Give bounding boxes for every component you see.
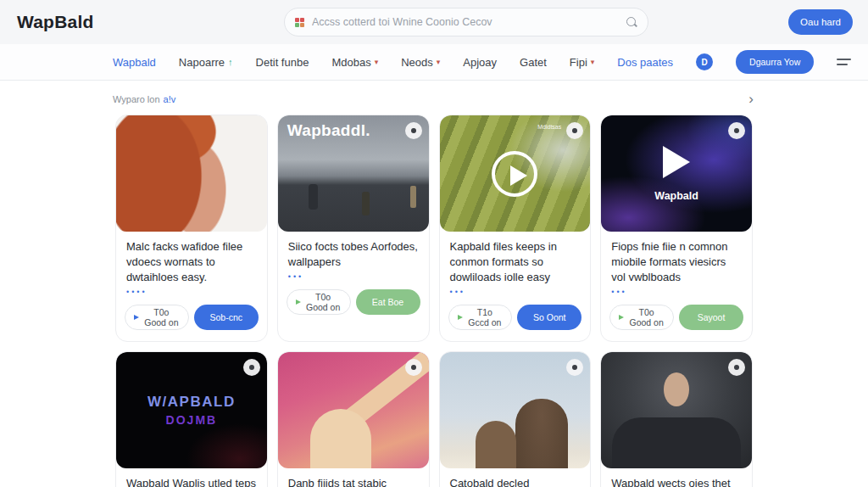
card-row-1: Malc facks wafidoe filee vdoecs wornats …: [115, 115, 753, 342]
nav-item-wapbald[interactable]: Wapbald: [113, 56, 156, 69]
chevron-down-icon: ▾: [375, 58, 379, 66]
card-redhead[interactable]: Malc facks wafidoe filee vdoecs wornats …: [115, 115, 268, 342]
secondary-button[interactable]: T0o Good on: [609, 305, 674, 330]
thumbnail-lightning-video[interactable]: Wapbald: [601, 115, 752, 232]
card-two-women[interactable]: Catobald decled wallpapers. Pilunt siig …: [439, 351, 592, 487]
card-beach[interactable]: Wapbaddl. Siico focts tobes Aorfodes, wa…: [277, 115, 430, 342]
search-wrap: [144, 8, 788, 36]
filter-sliders-icon[interactable]: [837, 57, 851, 67]
card-title: Kapbald files keeps in conmon formats so…: [440, 232, 591, 288]
section-title: Wyparo lon: [113, 94, 160, 104]
play-button-icon[interactable]: [663, 146, 690, 178]
thumb-corner-badge-icon[interactable]: [566, 122, 583, 139]
color-grid-icon: [295, 18, 304, 27]
nav-cta-button[interactable]: Dgaurra Yow: [736, 50, 814, 74]
search-input[interactable]: [312, 16, 618, 28]
card-lightning-video[interactable]: Wapbald Fiops fnie fiie n comnon miobile…: [600, 115, 753, 342]
thumb-overlay-subtitle: DOJMB: [166, 413, 218, 427]
main-nav: Wapbald Napoarre ↑ Detit funbe Mdobas ▾ …: [0, 44, 868, 81]
secondary-button[interactable]: T0o Good on: [287, 289, 351, 315]
thumb-corner-badge-icon[interactable]: [728, 122, 745, 139]
play-icon: [458, 315, 463, 320]
chevron-down-icon: ▾: [437, 58, 441, 66]
nav-item-gatet[interactable]: Gatet: [520, 56, 547, 69]
primary-button[interactable]: So Oont: [517, 305, 581, 330]
page: WapBald Oau hard Wapbald Napoarre ↑ Deti…: [0, 0, 868, 487]
nav-item-napoarre[interactable]: Napoarre ↑: [179, 56, 233, 69]
rating-dots: ••••: [116, 288, 267, 297]
card-actions: T0o Good on Sayoot: [601, 297, 752, 341]
nav-item-neods[interactable]: Neods ▾: [401, 56, 440, 69]
card-actions: T1o Gccd on So Oont: [440, 297, 591, 341]
card-title: Fiops fnie fiie n comnon miobile formats…: [601, 232, 752, 288]
chevron-right-icon[interactable]: ›: [748, 92, 755, 106]
thumbnail-dark-logo[interactable]: W/APBALD DOJMB: [116, 352, 267, 468]
thumbnail-two-women[interactable]: [440, 352, 591, 468]
secondary-button[interactable]: T1o Gccd on: [448, 305, 513, 330]
rating-dots: •••: [440, 288, 591, 297]
thumb-corner-badge-icon[interactable]: [243, 359, 260, 376]
nav-item-fipi[interactable]: Fipi ▾: [570, 56, 594, 69]
content-area: Wyparo lon a!v › Malc facks wafidoe file…: [0, 81, 868, 487]
card-man-portrait[interactable]: Wapbald wects oies thet Pelioes.s anolis…: [600, 351, 753, 487]
nav-item-apjoay[interactable]: Apjoay: [463, 56, 497, 69]
rating-dots: •••: [278, 272, 429, 282]
thumb-corner-badge-icon[interactable]: [405, 122, 422, 139]
thumbnail-redhead-portrait[interactable]: [116, 115, 267, 232]
secondary-button[interactable]: T0o Good on: [125, 305, 189, 330]
play-icon: [296, 299, 301, 305]
card-actions: T0o Good on Sob-cnc: [116, 297, 267, 341]
card-plant-video[interactable]: Mdidtsas Kapbald files keeps in conmon f…: [439, 115, 592, 342]
thumb-corner-badge-icon[interactable]: [566, 359, 583, 376]
site-logo[interactable]: WapBald: [17, 12, 144, 32]
thumb-corner-badge-icon[interactable]: [728, 359, 745, 376]
card-title: Wapbald wects oies thet: [601, 468, 752, 487]
section-header: Wyparo lon a!v ›: [113, 92, 755, 106]
play-button-icon[interactable]: [492, 151, 537, 197]
thumb-overlay-title: Wapbaddl.: [287, 121, 370, 140]
play-icon: [134, 315, 139, 320]
up-arrow-icon: ↑: [228, 57, 233, 67]
rating-dots: •••: [601, 288, 752, 297]
card-title: Malc facks wafidoe filee vdoecs wornats …: [116, 232, 267, 288]
card-title: Catobald decled wallpapers.: [440, 468, 591, 487]
card-title: Wapbald Waplis utled teps: [116, 468, 267, 487]
thumb-corner-text: Mdidtsas: [537, 124, 561, 130]
thumbnail-plant-video[interactable]: Mdidtsas: [440, 115, 591, 232]
thumbnail-pink-portrait[interactable]: [278, 352, 429, 468]
notification-badge[interactable]: D: [696, 53, 713, 70]
card-row-2: W/APBALD DOJMB Wapbald Waplis utled teps…: [115, 351, 753, 487]
nav-item-detit-funbe[interactable]: Detit funbe: [256, 56, 309, 69]
card-actions: T0o Good on Eat Boe: [278, 282, 429, 326]
thumb-overlay-title: Wapbald: [601, 190, 752, 202]
thumb-corner-badge-icon[interactable]: [405, 359, 422, 376]
search-icon[interactable]: [626, 16, 637, 28]
section-link[interactable]: a!v: [164, 94, 176, 104]
thumbnail-beach-figures[interactable]: Wapbaddl.: [278, 115, 429, 232]
play-icon: [619, 315, 624, 320]
thumb-overlay-title: W/APBALD: [147, 394, 236, 411]
card-wapbald-dojmb[interactable]: W/APBALD DOJMB Wapbald Waplis utled teps…: [115, 351, 268, 487]
thumbnail-man-portrait[interactable]: [601, 352, 752, 468]
top-header: WapBald Oau hard: [0, 0, 868, 44]
signin-button[interactable]: Oau hard: [788, 9, 853, 35]
primary-button[interactable]: Sayoot: [679, 305, 743, 330]
figures-shape: [309, 184, 318, 210]
card-title: Danb fiiids tat stabic: [278, 468, 429, 487]
primary-button[interactable]: Sob-cnc: [194, 305, 259, 330]
primary-button[interactable]: Eat Boe: [356, 289, 420, 315]
search-bar[interactable]: [284, 8, 648, 36]
card-pink-portrait[interactable]: Danb fiiids tat stabic Daloes s.atoaller…: [277, 351, 430, 487]
chevron-down-icon: ▾: [591, 58, 595, 66]
nav-item-dos-paates[interactable]: Dos paates: [617, 56, 673, 69]
nav-item-mdobas[interactable]: Mdobas ▾: [331, 56, 378, 69]
card-title: Siico focts tobes Aorfodes, wallpapers: [278, 232, 429, 272]
